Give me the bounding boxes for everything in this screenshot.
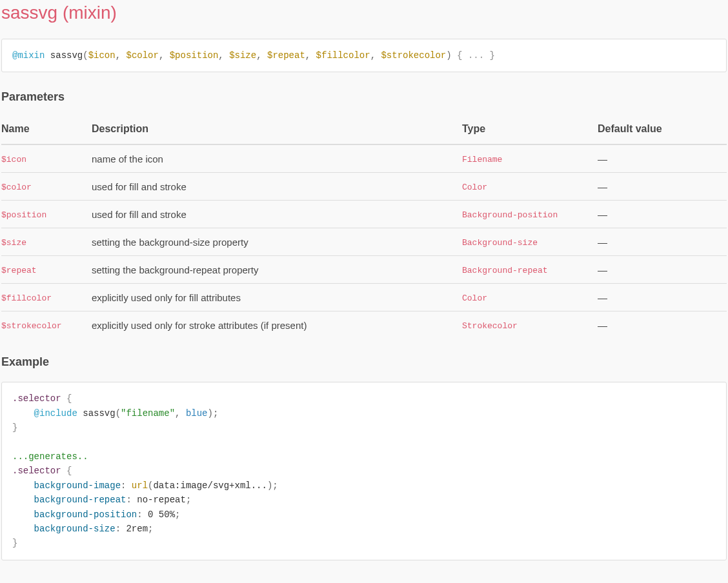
param-name: $strokecolor <box>1 321 62 331</box>
param-name: $icon <box>1 155 26 164</box>
ex-prop-1: background-image <box>34 480 121 491</box>
ex-prop-3: background-position <box>34 509 137 520</box>
mixin-keyword: @mixin <box>12 50 45 61</box>
param-type: Strokecolor <box>462 321 518 331</box>
signature-code: @mixin sassvg($icon, $color, $position, … <box>1 39 727 72</box>
ex-prop-2: background-repeat <box>34 495 126 505</box>
param-default: — <box>598 173 727 201</box>
sig-param-0: $icon <box>88 50 116 61</box>
param-type: Color <box>462 293 487 303</box>
ex-arg-value: blue <box>186 408 208 419</box>
th-description: Description <box>92 117 462 144</box>
example-heading: Example <box>1 355 727 369</box>
sig-param-5: $fillcolor <box>316 50 370 61</box>
param-default: — <box>598 284 727 311</box>
sig-param-2: $position <box>170 50 219 61</box>
example-code: .selector { @include sassvg("filename", … <box>1 382 727 560</box>
parameters-table: Name Description Type Default value $ico… <box>1 117 727 339</box>
param-description: setting the background-repeat property <box>92 256 462 284</box>
param-type: Color <box>462 183 487 192</box>
sig-param-4: $repeat <box>267 50 305 61</box>
mixin-name: sassvg <box>50 50 83 61</box>
table-row: $colorused for fill and strokeColor— <box>1 173 727 201</box>
param-type: Background-size <box>462 238 538 248</box>
param-description: used for fill and stroke <box>92 173 462 201</box>
ex-url-arg: data:image/svg+xml... <box>153 480 267 491</box>
ex-selector-2: .selector <box>12 466 61 476</box>
param-type: Filename <box>462 155 502 164</box>
param-name: $fillcolor <box>1 293 52 303</box>
param-description: setting the background-size property <box>92 228 462 256</box>
param-type: Background-position <box>462 210 558 220</box>
table-row: $iconname of the iconFilename— <box>1 144 727 173</box>
param-default: — <box>598 144 727 173</box>
ex-include-name: sassvg <box>83 408 115 419</box>
table-row: $strokecolorexplicitly used only for str… <box>1 311 727 339</box>
param-name: $size <box>1 238 26 248</box>
param-default: — <box>598 311 727 339</box>
parameters-heading: Parameters <box>1 90 727 104</box>
ex-val-2: no-repeat <box>137 495 186 505</box>
sig-param-1: $color <box>126 50 158 61</box>
param-default: — <box>598 256 727 284</box>
param-type: Background-repeat <box>462 266 548 275</box>
table-row: $fillcolorexplicitly used only for fill … <box>1 284 727 311</box>
th-name: Name <box>1 117 92 144</box>
param-name: $color <box>1 183 32 192</box>
ex-func-url: url <box>132 480 148 491</box>
param-description: used for fill and stroke <box>92 201 462 228</box>
param-description: name of the icon <box>92 144 462 173</box>
param-description: explicitly used only for fill attributes <box>92 284 462 311</box>
ex-comment: ...generates.. <box>12 451 88 462</box>
table-row: $sizesetting the background-size propert… <box>1 228 727 256</box>
ex-selector-1: .selector <box>12 393 61 404</box>
param-name: $repeat <box>1 266 37 275</box>
table-row: $positionused for fill and strokeBackgro… <box>1 201 727 228</box>
ex-arg-string: "filename" <box>121 408 175 419</box>
page-title: sassvg (mixin) <box>1 3 727 23</box>
param-name: $position <box>1 210 46 220</box>
ex-include-keyword: @include <box>34 408 77 419</box>
table-row: $repeatsetting the background-repeat pro… <box>1 256 727 284</box>
param-description: explicitly used only for stroke attribut… <box>92 311 462 339</box>
sig-param-3: $size <box>229 50 256 61</box>
sig-body-placeholder: ... <box>468 50 484 61</box>
th-type: Type <box>462 117 598 144</box>
sig-param-6: $strokecolor <box>381 50 446 61</box>
th-default: Default value <box>598 117 727 144</box>
param-default: — <box>598 201 727 228</box>
ex-val-4: 2rem <box>126 524 148 534</box>
ex-prop-4: background-size <box>34 524 116 534</box>
ex-val-3: 0 50% <box>148 509 175 520</box>
param-default: — <box>598 228 727 256</box>
